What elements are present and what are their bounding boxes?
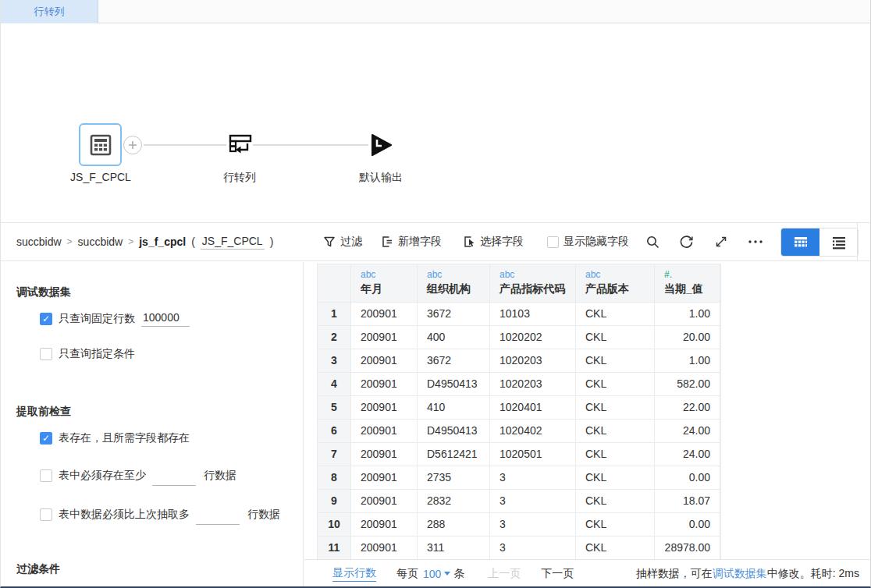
breadcrumb-db[interactable]: succbidw [16, 236, 62, 248]
table-cell: CKL [576, 443, 655, 466]
table-cell: 28978.00 [655, 537, 720, 560]
expand-icon [714, 235, 728, 249]
select-field-button[interactable]: 选择字段 [463, 223, 524, 260]
show-hidden-fields-toggle[interactable]: 显示隐藏字段 [547, 223, 629, 260]
more-rows-checkbox[interactable] [40, 508, 52, 521]
table-view-button[interactable] [781, 228, 819, 256]
breadcrumb-schema[interactable]: succbidw [78, 236, 123, 248]
per-page-prefix: 每页 [396, 567, 418, 581]
table-cell: 20.00 [655, 326, 720, 349]
table-row: 820090127353CKL0.00 [318, 466, 720, 490]
min-rows-checkbox[interactable] [40, 469, 52, 482]
toolbar: succbidw > succbidw > js_f_cpcl ( JS_F_C… [1, 222, 870, 261]
breadcrumb-table[interactable]: js_f_cpcl [139, 236, 186, 248]
view-toggle-group [780, 228, 859, 257]
fullscreen-button[interactable] [714, 223, 728, 260]
condition-checkbox[interactable] [40, 348, 52, 360]
row-number: 2 [318, 326, 351, 349]
search-icon [645, 235, 660, 250]
funnel-icon [323, 236, 336, 248]
data-table: abc年月abc组织机构abc产品指标代码abc产品版本#.当期_值 12009… [317, 264, 721, 560]
row-number: 4 [318, 373, 351, 396]
table-cell: 10103 [490, 303, 576, 326]
table-cell: 200901 [351, 420, 418, 443]
column-header-1[interactable]: abc年月 [351, 264, 418, 303]
prev-page-button[interactable]: 上一页 [488, 567, 521, 581]
table-cell: 18.07 [655, 490, 720, 513]
table-footer: 显示行数 每页 100 条 上一页 下一页 抽样数据，可在调试数据集中修改。耗时… [304, 559, 870, 587]
table-cell: 200901 [351, 396, 418, 420]
tab-pivot[interactable]: 行转列 [1, 0, 98, 23]
search-button[interactable] [645, 223, 660, 260]
table-cell: 582.00 [655, 373, 720, 396]
column-name: 产品指标代码 [499, 282, 575, 296]
column-header-4[interactable]: abc产品版本 [576, 264, 655, 303]
table-view-icon [793, 236, 809, 250]
page-size-select[interactable]: 100 [423, 568, 441, 580]
pivot-icon [227, 132, 254, 158]
table-exists-checkbox[interactable] [40, 432, 52, 445]
flow-node-pivot[interactable] [226, 131, 254, 159]
refresh-button[interactable] [679, 223, 694, 260]
table-cell: 200901 [351, 326, 418, 349]
column-header-3[interactable]: abc产品指标代码 [490, 264, 576, 303]
table-cell: CKL [576, 303, 655, 326]
row-number: 10 [318, 513, 351, 537]
show-hidden-checkbox[interactable] [547, 236, 559, 248]
alias-paren-open: ( [191, 236, 195, 248]
fixed-rows-checkbox[interactable] [40, 313, 52, 325]
table-cell: 200901 [351, 466, 418, 490]
table-cell: 200901 [351, 349, 418, 373]
column-header-2[interactable]: abc组织机构 [418, 264, 490, 303]
add-field-icon [381, 236, 393, 248]
tab-pivot-label: 行转列 [34, 5, 65, 19]
fixed-rows-input[interactable] [141, 311, 190, 327]
table-cell: 200901 [351, 537, 418, 560]
app-window: 行转列 JS_ [0, 0, 871, 588]
ellipsis-icon [748, 239, 763, 244]
add-field-button[interactable]: 新增字段 [381, 223, 442, 260]
table-alias-field[interactable]: JS_F_CPCL [201, 235, 265, 250]
filter-button[interactable]: 过滤 [323, 223, 362, 260]
table-cell: 1020203 [490, 373, 576, 396]
filter-conditions-title: 过滤条件 [16, 562, 60, 576]
column-header-5[interactable]: #.当期_值 [655, 264, 720, 303]
table-cell: 3 [490, 490, 576, 513]
min-rows-option: 表中必须存在至少 行数据 [40, 466, 236, 486]
table-cell: 1.00 [655, 349, 720, 373]
column-name: 当期_值 [664, 282, 720, 296]
row-number: 1 [318, 303, 351, 326]
list-view-icon [831, 236, 847, 250]
list-view-button[interactable] [819, 228, 858, 256]
table-row: 102009012883CKL0.00 [318, 513, 720, 537]
breadcrumb: succbidw > succbidw > js_f_cpcl ( JS_F_C… [16, 223, 273, 260]
flow-node-source[interactable] [79, 123, 122, 166]
breadcrumb-separator: > [128, 236, 133, 247]
table-cell: CKL [576, 513, 655, 537]
table-cell: D4950413 [418, 373, 490, 396]
table-cell: 1.00 [655, 303, 720, 326]
table-cell: 200901 [351, 513, 418, 537]
next-page-button[interactable]: 下一页 [541, 567, 574, 581]
table-cell: 3 [490, 537, 576, 560]
table-cell: 24.00 [655, 443, 720, 466]
column-name: 组织机构 [427, 282, 489, 296]
table-exists-label: 表存在，且所需字段都存在 [59, 431, 190, 445]
show-row-count-link[interactable]: 显示行数 [332, 566, 376, 582]
table-cell: 0.00 [655, 513, 720, 537]
tab-bar: 行转列 [1, 0, 870, 23]
table-row: 52009014101020401CKL22.00 [318, 396, 720, 420]
more-rows-input[interactable] [196, 509, 240, 525]
table-cell: 410 [418, 396, 490, 420]
debug-dataset-link[interactable]: 调试数据集 [713, 567, 767, 579]
flow-node-output[interactable] [369, 133, 394, 158]
add-node-button[interactable] [123, 136, 142, 154]
table-cell: CKL [576, 396, 655, 420]
flow-connector-2 [253, 144, 368, 146]
chevron-down-icon [444, 572, 450, 576]
table-cell: 200901 [351, 303, 418, 326]
min-rows-input[interactable] [152, 470, 196, 486]
table-cell: 22.00 [655, 396, 720, 420]
table-row: 112009013113CKL28978.00 [318, 537, 720, 560]
more-button[interactable] [748, 223, 763, 260]
